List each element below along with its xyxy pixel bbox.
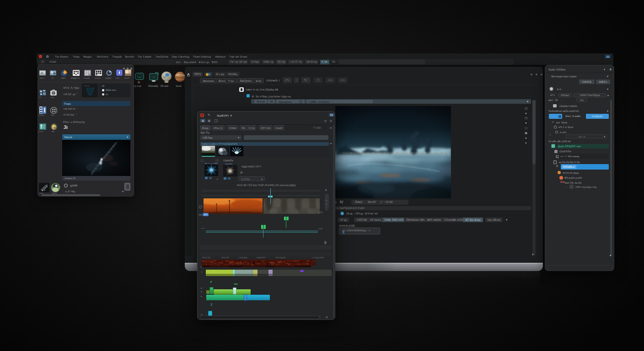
- svg-text:60: 60: [139, 76, 141, 78]
- svg-text:474: 474: [152, 76, 155, 78]
